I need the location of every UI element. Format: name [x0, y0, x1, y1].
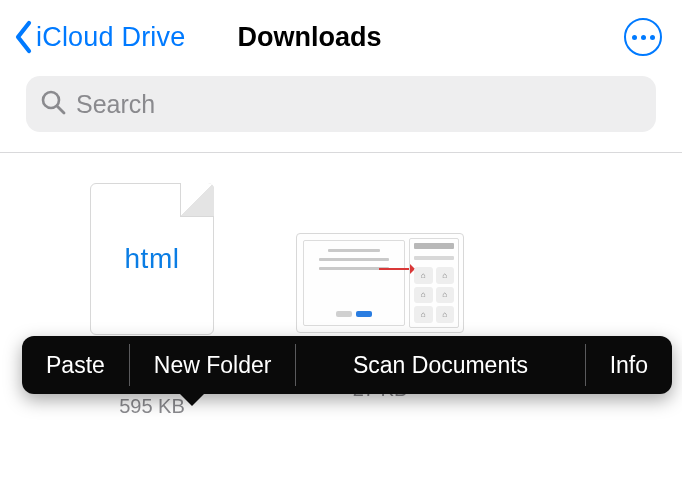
- header-bar: iCloud Drive Downloads: [0, 0, 682, 70]
- context-menu-pointer-icon: [178, 392, 206, 420]
- ctx-scan-documents[interactable]: Scan Documents: [296, 336, 584, 394]
- search-wrap: [0, 70, 682, 152]
- page-fold-icon: [180, 183, 214, 217]
- back-label: iCloud Drive: [36, 22, 185, 53]
- chevron-left-icon: [14, 20, 34, 54]
- file-thumbnail-image[interactable]: ⌂⌂ ⌂⌂ ⌂⌂: [296, 233, 464, 333]
- file-type-label: html: [125, 243, 180, 275]
- page-title: Downloads: [237, 22, 381, 53]
- ctx-paste[interactable]: Paste: [22, 336, 129, 394]
- ctx-info[interactable]: Info: [586, 336, 672, 394]
- ctx-new-folder[interactable]: New Folder: [130, 336, 296, 394]
- more-actions-button[interactable]: [624, 18, 662, 56]
- file-thumbnail-html[interactable]: html: [90, 183, 214, 335]
- search-icon: [40, 89, 66, 119]
- back-button[interactable]: iCloud Drive: [14, 20, 185, 54]
- search-field[interactable]: [26, 76, 656, 132]
- search-input[interactable]: [76, 90, 642, 119]
- ellipsis-icon: [632, 35, 655, 40]
- svg-line-1: [57, 106, 64, 113]
- context-menu: Paste New Folder Scan Documents Info: [22, 336, 672, 394]
